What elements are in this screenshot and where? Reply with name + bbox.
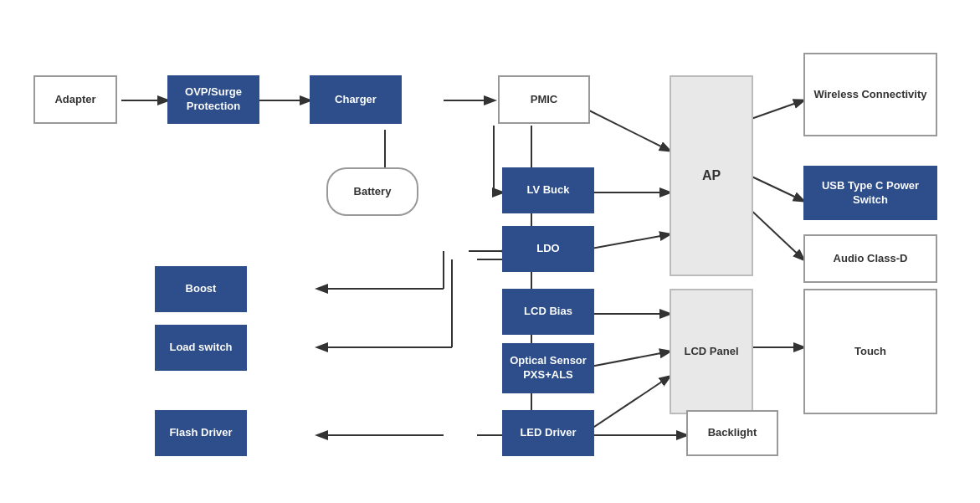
pmic-block: PMIC <box>498 75 590 124</box>
ovp-block: OVP/Surge Protection <box>167 75 259 124</box>
charger-block: Charger <box>310 75 402 124</box>
svg-line-18 <box>582 377 670 435</box>
ldo-block: LDO <box>502 226 594 272</box>
svg-line-17 <box>582 352 670 368</box>
optical-sensor-block: Optical Sensor PXS+ALS <box>502 343 594 393</box>
lcd-bias-block: LCD Bias <box>502 289 594 335</box>
adapter-block: Adapter <box>33 75 117 124</box>
ap-block: AP <box>670 75 753 276</box>
lcd-panel-block: LCD Panel <box>670 289 753 414</box>
lv-buck-block: LV Buck <box>502 167 594 213</box>
backlight-block: Backlight <box>686 410 778 456</box>
touch-block: Touch <box>803 289 937 414</box>
wireless-connectivity-block: Wireless Connectivity <box>803 53 937 136</box>
led-driver-block: LED Driver <box>502 410 594 456</box>
load-switch-block: Load switch <box>155 325 247 371</box>
battery-block: Battery <box>326 167 418 216</box>
boost-block: Boost <box>155 266 247 312</box>
flash-driver-block: Flash Driver <box>155 410 247 456</box>
usb-typec-block: USB Type C Power Switch <box>803 166 937 220</box>
audio-classd-block: Audio Class-D <box>803 234 937 283</box>
block-diagram: Adapter OVP/Surge Protection Charger Bat… <box>0 0 980 503</box>
